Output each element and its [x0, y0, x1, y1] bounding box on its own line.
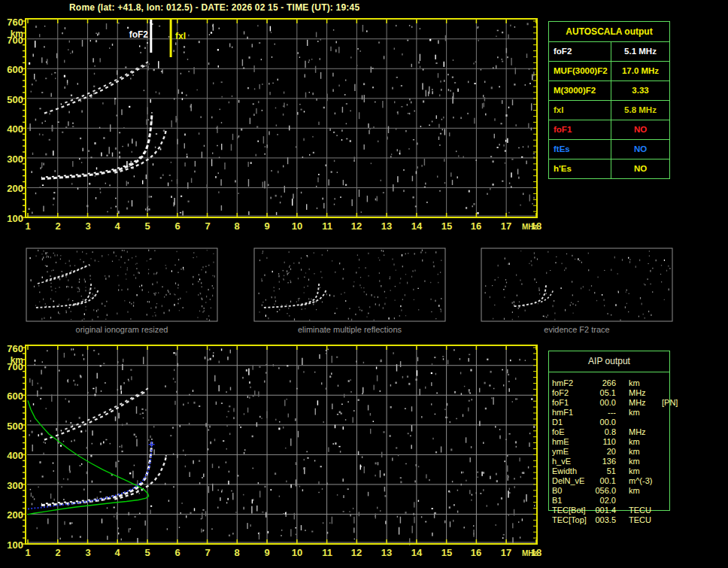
x-axis-tick-label: 16 [467, 220, 485, 232]
x-axis-tick-label: 14 [408, 220, 426, 232]
aip-extra [660, 418, 662, 427]
aip-extra [660, 486, 662, 496]
autoscala-value: 3.33 [611, 81, 669, 100]
x-axis-tick-label: 2 [49, 220, 67, 232]
thumbnail-border [254, 248, 445, 321]
x-axis-tick-label: 9 [258, 220, 276, 232]
autoscala-value: 5.1 MHz [611, 42, 669, 61]
autoscala-row: foF25.1 MHz [549, 42, 669, 62]
fof2-marker-label: foF2 [113, 29, 148, 40]
autoscala-output-table: AUTOSCALA output foF25.1 MHzMUF(3000)F21… [548, 21, 670, 179]
aip-label: hmF2 [548, 378, 594, 388]
aip-val: 110 [594, 437, 616, 447]
y-axis-tick-label: 500 [0, 94, 23, 105]
x-axis-tick-label: 13 [378, 547, 396, 558]
x-axis-tick-label: 6 [168, 220, 187, 232]
bottom-ionogram-plot [21, 345, 537, 545]
x-axis-tick-label: 17 [497, 220, 515, 232]
aip-unit: MHz [616, 388, 660, 398]
y-axis-tick-label: 300 [0, 480, 23, 491]
x-axis-tick-label: 11 [318, 547, 336, 558]
x-axis-tick-label: 5 [138, 220, 156, 232]
x-axis-tick-label: 15 [438, 547, 456, 558]
aip-unit: km [616, 408, 660, 418]
aip-unit: MHz [616, 427, 660, 437]
trace-second-hop-x [61, 61, 149, 104]
x-axis-tick-label: 5 [138, 547, 156, 558]
aip-extra [660, 388, 662, 398]
aip-unit: km [616, 466, 660, 476]
aip-val: --- [594, 408, 616, 418]
aip-val: 056.0 [594, 486, 616, 496]
aip-row: foE0.8MHz [548, 427, 680, 437]
aip-val: 136 [594, 457, 616, 466]
aip-unit: km [616, 447, 660, 457]
aip-row: TEC[Top]003.5TECU [548, 515, 680, 525]
aip-row: h_vE136km [548, 457, 680, 466]
noise-speckle [29, 348, 535, 545]
x-axis-tick-label: 3 [79, 547, 97, 558]
autoscala-value: 17.0 MHz [611, 62, 669, 80]
x-axis-tick-label: 4 [108, 547, 126, 558]
aip-extra [660, 515, 662, 525]
top-ionogram-plot [21, 19, 537, 217]
x-axis-tick-label: 11 [318, 220, 336, 232]
aip-label: TEC[Top] [548, 515, 594, 525]
page-title: Rome (lat: +41.8, lon: 012.5) - DATE: 20… [69, 2, 359, 13]
noise-speckle [29, 22, 535, 215]
aip-extra [660, 408, 662, 418]
x-axis-tick-label: 10 [288, 220, 306, 232]
y-axis-tick-label: 200 [0, 183, 23, 194]
y-axis-tick-label: 760 [0, 343, 23, 354]
y-axis-tick-label: 400 [0, 123, 23, 135]
x-axis-tick-label: 7 [199, 547, 217, 558]
x-axis-tick-label: 9 [258, 547, 276, 558]
y-axis-tick-label: 400 [0, 450, 23, 461]
fxi-marker-label: fxI [175, 31, 186, 41]
x-axis-tick-label: 12 [347, 547, 366, 558]
autoscala-value: NO [611, 159, 669, 179]
aip-label: ymE [548, 447, 594, 457]
aip-row: TEC[Bot]001.4TECU [548, 506, 680, 515]
x-axis-tick-label: 3 [79, 220, 97, 232]
thumbnail-caption: eliminate multiple reflections [254, 325, 445, 334]
autoscala-value: NO [611, 120, 669, 139]
y-axis-tick-label: 600 [0, 64, 23, 75]
x-axis-unit-label: MHz [522, 549, 538, 557]
x-axis-tick-label: 7 [199, 220, 217, 232]
aip-label: hmE [548, 437, 594, 447]
aip-row: D100.0 [548, 418, 680, 427]
aip-row: B0056.0km [548, 486, 680, 496]
aip-row: foF205.1MHz [548, 388, 680, 398]
autoscala-table-header: AUTOSCALA output [549, 22, 669, 42]
x-axis-tick-label: 8 [228, 547, 246, 558]
aip-label: D1 [548, 418, 594, 427]
autoscala-row: ftEsNO [549, 140, 669, 159]
autoscala-param: M(3000)F2 [549, 81, 611, 100]
aip-row: hmE110km [548, 437, 680, 447]
aip-label: B0 [548, 486, 594, 496]
aip-row: Ewidth51km [548, 466, 680, 476]
autoscala-param: foF2 [549, 42, 611, 61]
autoscala-row: foF1NO [549, 120, 669, 140]
aip-extra [660, 447, 662, 457]
aip-row: hmF2266km [548, 378, 680, 388]
y-axis-unit-label: km [0, 29, 23, 39]
aip-label: foE [548, 427, 594, 437]
thumbnail-caption: original ionogram resized [26, 325, 217, 334]
electron-density-profile [28, 400, 149, 515]
aip-extra [660, 506, 662, 515]
x-axis-tick-label: 4 [108, 220, 126, 232]
aip-label: h_vE [548, 457, 594, 466]
aip-row: DelN_vE00.1m^(-3) [548, 476, 680, 486]
blue-trace-tip-cross [149, 442, 155, 448]
aip-label: foF1 [548, 398, 594, 408]
thumbnail-border [26, 248, 217, 321]
aip-val: 00.0 [594, 418, 616, 427]
aip-val: 51 [594, 466, 616, 476]
autoscala-row: fxI5.8 MHz [549, 101, 669, 120]
aip-label: DelN_vE [548, 476, 594, 486]
x-axis-tick-label: 8 [228, 220, 246, 232]
x-axis-tick-label: 2 [49, 547, 67, 558]
aip-row: foF100.0MHz[PN] [548, 398, 680, 408]
